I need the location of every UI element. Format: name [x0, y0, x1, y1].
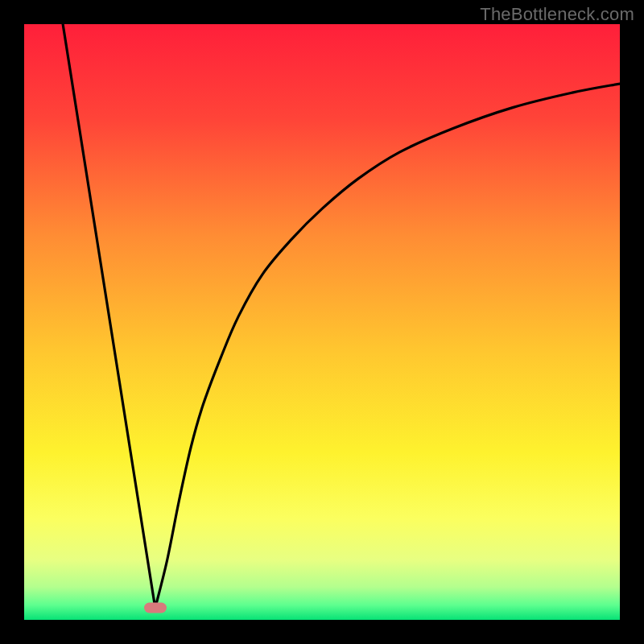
curve-layer	[24, 24, 620, 620]
optimum-marker	[144, 603, 167, 613]
watermark-text: TheBottleneck.com	[480, 4, 634, 25]
plot-area	[24, 24, 620, 620]
chart-frame: TheBottleneck.com	[0, 0, 644, 644]
bottleneck-curve	[63, 24, 620, 608]
